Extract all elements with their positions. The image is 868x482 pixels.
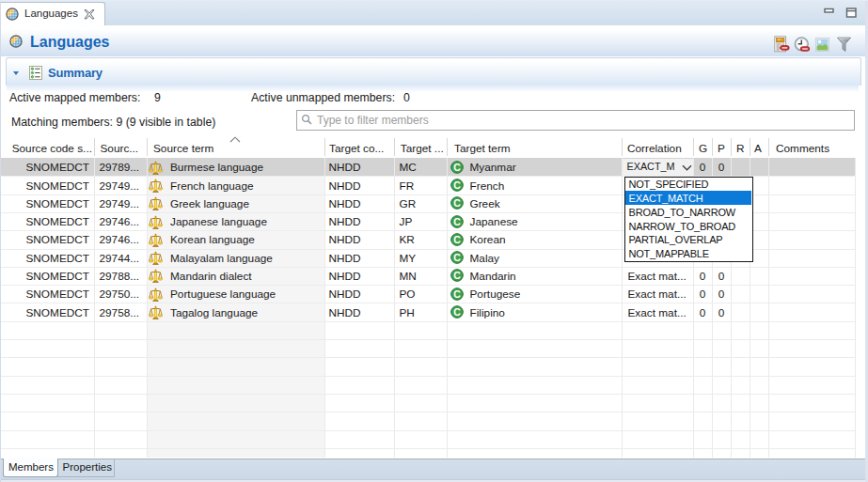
svg-text:C: C [453, 306, 461, 318]
svg-text:C: C [453, 197, 461, 209]
svg-text:C: C [453, 270, 461, 281]
svg-text:C: C [453, 288, 461, 299]
svg-text:C: C [453, 179, 461, 191]
svg-text:C: C [453, 161, 461, 172]
svg-text:C: C [453, 252, 461, 263]
svg-text:C: C [453, 234, 461, 245]
svg-text:C: C [453, 215, 461, 226]
